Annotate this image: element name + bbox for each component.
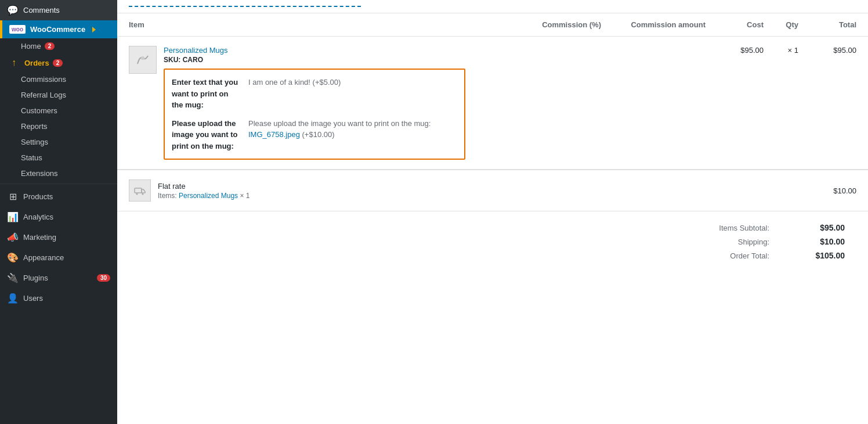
products-icon: ⊞ bbox=[7, 191, 19, 202]
users-icon: 👤 bbox=[7, 293, 19, 304]
plugins-icon: 🔌 bbox=[7, 272, 19, 283]
marketing-icon: 📣 bbox=[7, 232, 19, 243]
sidebar: 💬 Comments woo WooCommerce Home 2 ↑ Orde… bbox=[0, 0, 117, 424]
appearance-icon: 🎨 bbox=[7, 252, 19, 263]
col-total: Total bbox=[798, 20, 856, 29]
product-thumbnail bbox=[129, 46, 157, 74]
home-label: Home bbox=[21, 42, 41, 51]
reports-label: Reports bbox=[21, 122, 48, 131]
analytics-icon: 📊 bbox=[7, 211, 19, 222]
field-image-link[interactable]: IMG_6758.jpeg bbox=[248, 130, 300, 139]
product-row: Personalized Mugs SKU: CARO Enter text t… bbox=[117, 37, 868, 170]
home-badge: 2 bbox=[45, 42, 55, 50]
commissions-label: Commissions bbox=[21, 75, 66, 84]
sku-value: CARO bbox=[183, 56, 203, 64]
sidebar-item-customers[interactable]: Customers bbox=[0, 103, 117, 118]
shipping-info: Flat rate Items: Personalized Mugs × 1 bbox=[129, 179, 514, 202]
sidebar-item-label: Comments bbox=[23, 6, 110, 15]
extensions-label: Extensions bbox=[21, 169, 58, 178]
chevron-right-icon bbox=[92, 27, 96, 33]
shipping-total-row: Shipping: $10.00 bbox=[682, 237, 856, 246]
sidebar-item-appearance[interactable]: 🎨 Appearance bbox=[0, 247, 117, 268]
cell-cost: $95.00 bbox=[706, 46, 764, 55]
top-dashed-section bbox=[117, 0, 868, 13]
svg-point-4 bbox=[136, 193, 138, 195]
sku-label: SKU: bbox=[164, 56, 180, 64]
col-commission-amount: Commission amount bbox=[601, 20, 706, 29]
shipping-items-qty: × 1 bbox=[240, 192, 249, 200]
order-total-value: $105.00 bbox=[804, 251, 845, 260]
orders-label: Orders bbox=[24, 59, 49, 67]
marketing-label: Marketing bbox=[23, 233, 110, 242]
orders-badge: 2 bbox=[53, 59, 63, 67]
analytics-label: Analytics bbox=[23, 213, 110, 221]
shipping-icon bbox=[129, 179, 151, 202]
sidebar-item-analytics[interactable]: 📊 Analytics bbox=[0, 207, 117, 227]
col-commission-pct: Commission (%) bbox=[514, 20, 601, 29]
users-label: Users bbox=[23, 294, 110, 303]
col-item: Item bbox=[129, 20, 514, 29]
subtotal-label: Items Subtotal: bbox=[719, 224, 769, 232]
field-label-2: Please upload the image you want to prin… bbox=[172, 118, 241, 152]
sidebar-item-comments[interactable]: 💬 Comments bbox=[0, 0, 117, 20]
svg-point-1 bbox=[141, 56, 144, 60]
status-label: Status bbox=[21, 153, 42, 162]
shipping-name: Flat rate bbox=[158, 182, 249, 191]
subtotal-value: $95.00 bbox=[804, 223, 845, 232]
shipping-items-link[interactable]: Personalized Mugs bbox=[179, 192, 238, 200]
shipping-items-label: Items: bbox=[158, 192, 177, 200]
sidebar-item-commissions[interactable]: Commissions bbox=[0, 71, 117, 87]
field-value-2-prefix: Please upload the image you want to prin… bbox=[248, 119, 431, 128]
product-info: Personalized Mugs SKU: CARO Enter text t… bbox=[129, 46, 514, 160]
cell-total: $95.00 bbox=[798, 46, 856, 55]
subtotal-row: Items Subtotal: $95.00 bbox=[682, 223, 856, 232]
sidebar-item-users[interactable]: 👤 Users bbox=[0, 288, 117, 308]
field-value-1: I am one of a kind! (+$5.00) bbox=[248, 77, 457, 111]
sidebar-item-woocommerce[interactable]: woo WooCommerce bbox=[0, 20, 117, 38]
divider-1 bbox=[0, 184, 117, 184]
sidebar-item-home[interactable]: Home 2 bbox=[0, 38, 117, 54]
sidebar-item-status[interactable]: Status bbox=[0, 150, 117, 166]
cell-qty: × 1 bbox=[764, 46, 798, 55]
shipping-details: Flat rate Items: Personalized Mugs × 1 bbox=[158, 182, 249, 200]
col-qty: Qty bbox=[764, 20, 798, 29]
woocommerce-label: WooCommerce bbox=[30, 25, 85, 34]
sidebar-item-settings[interactable]: Settings bbox=[0, 134, 117, 150]
up-arrow-icon: ↑ bbox=[12, 58, 16, 68]
order-total-row: Order Total: $105.00 bbox=[682, 251, 856, 260]
sidebar-item-orders[interactable]: ↑ Orders 2 bbox=[0, 54, 117, 71]
product-details: Personalized Mugs SKU: CARO Enter text t… bbox=[164, 46, 514, 160]
main-content: Item Commission (%) Commission amount Co… bbox=[117, 0, 868, 424]
totals-section: Items Subtotal: $95.00 Shipping: $10.00 … bbox=[117, 211, 868, 272]
shipping-row: Flat rate Items: Personalized Mugs × 1 $… bbox=[117, 170, 868, 211]
plugins-badge: 30 bbox=[97, 274, 110, 282]
appearance-label: Appearance bbox=[23, 253, 110, 262]
sidebar-item-plugins[interactable]: 🔌 Plugins 30 bbox=[0, 268, 117, 288]
shipping-total-value: $10.00 bbox=[804, 237, 845, 246]
field-extra: (+$10.00) bbox=[300, 130, 335, 139]
comments-icon: 💬 bbox=[7, 5, 19, 16]
shipping-total: $10.00 bbox=[798, 186, 856, 195]
plugins-label: Plugins bbox=[23, 274, 92, 282]
custom-fields-box: Enter text that you want to print on the… bbox=[164, 69, 465, 160]
field-value-2: Please upload the image you want to prin… bbox=[248, 118, 457, 152]
sidebar-item-extensions[interactable]: Extensions bbox=[0, 166, 117, 181]
referral-logs-label: Referral Logs bbox=[21, 91, 66, 99]
sidebar-item-referral-logs[interactable]: Referral Logs bbox=[0, 87, 117, 103]
products-label: Products bbox=[23, 192, 110, 201]
shipping-items: Items: Personalized Mugs × 1 bbox=[158, 192, 249, 200]
product-sku: SKU: CARO bbox=[164, 56, 514, 64]
sidebar-item-products[interactable]: ⊞ Products bbox=[0, 186, 117, 207]
sidebar-item-marketing[interactable]: 📣 Marketing bbox=[0, 227, 117, 247]
shipping-total-label: Shipping: bbox=[738, 238, 769, 246]
table-header: Item Commission (%) Commission amount Co… bbox=[117, 13, 868, 37]
product-name-link[interactable]: Personalized Mugs bbox=[164, 46, 514, 55]
svg-point-5 bbox=[142, 193, 144, 195]
settings-label: Settings bbox=[21, 138, 48, 146]
dashed-line bbox=[129, 6, 361, 7]
woo-logo: woo bbox=[9, 25, 26, 34]
sidebar-item-reports[interactable]: Reports bbox=[0, 118, 117, 134]
customers-label: Customers bbox=[21, 106, 57, 115]
field-label-1: Enter text that you want to print on the… bbox=[172, 77, 241, 111]
order-total-label: Order Total: bbox=[730, 251, 769, 260]
